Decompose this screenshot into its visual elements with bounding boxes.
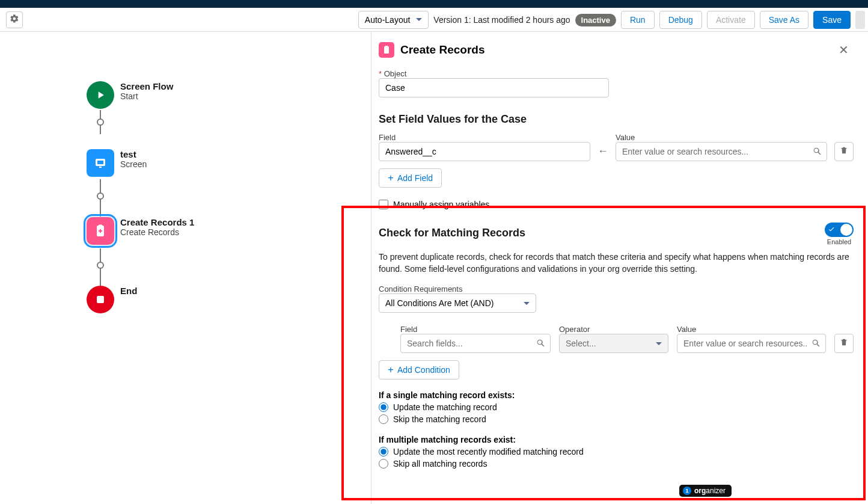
app-top-stripe	[0, 0, 868, 8]
node-subtitle: Start	[120, 91, 173, 101]
organizer-badge[interactable]: 1 organizer	[679, 485, 732, 497]
run-button[interactable]: Run	[621, 11, 655, 29]
node-end[interactable]: End	[87, 286, 137, 313]
single-match-heading: If a single matching record exists:	[379, 390, 854, 400]
node-start[interactable]: Screen Flow Start	[87, 81, 173, 109]
cond-value-label: Value	[677, 325, 826, 334]
delete-condition-button[interactable]	[834, 334, 854, 353]
add-condition-button[interactable]: + Add Condition	[379, 360, 459, 380]
search-icon	[536, 339, 546, 348]
svg-rect-3	[99, 225, 102, 227]
connector	[100, 248, 101, 286]
chevron-down-icon	[524, 302, 530, 305]
settings-button[interactable]	[6, 11, 23, 28]
node-subtitle: Screen	[120, 159, 147, 169]
connector	[100, 110, 101, 134]
single-update-radio[interactable]	[379, 402, 388, 412]
cond-field-label: Field	[400, 325, 551, 334]
multi-match-heading: If multiple matching records exist:	[379, 435, 854, 444]
screen-icon	[87, 149, 114, 177]
node-title: Screen Flow	[120, 81, 173, 91]
create-records-icon	[87, 217, 114, 245]
add-field-button[interactable]: + Add Field	[379, 168, 442, 188]
activate-button: Activate	[707, 11, 755, 29]
multi-update-radio[interactable]	[379, 447, 388, 456]
chevron-down-icon	[656, 342, 662, 345]
start-icon	[87, 81, 114, 109]
panel-title: Create Records	[400, 43, 484, 57]
value-label: Value	[616, 133, 827, 142]
connector	[100, 179, 101, 217]
trash-icon	[840, 146, 848, 157]
object-input[interactable]	[379, 78, 609, 97]
svg-rect-2	[99, 167, 102, 168]
properties-panel: Create Records ✕ * Object Set Field Valu…	[371, 32, 868, 504]
cond-field-input[interactable]	[400, 334, 551, 353]
check-icon	[828, 224, 835, 235]
plus-icon: +	[388, 172, 394, 184]
chevron-down-icon	[416, 18, 422, 21]
status-badge: Inactive	[575, 14, 616, 26]
node-subtitle: Create Records	[120, 227, 194, 237]
node-title: test	[120, 149, 147, 159]
field-label: Field	[379, 133, 590, 142]
create-records-icon	[379, 42, 394, 58]
plus-icon: +	[388, 364, 394, 376]
layout-mode-select[interactable]: Auto-Layout	[358, 11, 429, 29]
multi-skip-radio[interactable]	[379, 459, 388, 469]
single-skip-radio[interactable]	[379, 414, 388, 424]
save-as-button[interactable]: Save As	[760, 11, 808, 29]
single-skip-option[interactable]: Skip the matching record	[379, 414, 854, 424]
info-icon: 1	[683, 487, 691, 495]
node-screen[interactable]: test Screen	[87, 149, 147, 177]
multi-skip-option[interactable]: Skip all matching records	[379, 459, 854, 469]
gear-icon	[10, 14, 19, 26]
value-input[interactable]	[616, 142, 827, 161]
check-matching-heading: Check for Matching Records	[379, 227, 525, 239]
multi-update-option[interactable]: Update the most recently modified matchi…	[379, 447, 854, 456]
end-icon	[87, 286, 114, 313]
layout-mode-label: Auto-Layout	[365, 15, 411, 25]
panel-collapse-handle[interactable]	[855, 11, 865, 29]
save-button[interactable]: Save	[813, 11, 851, 29]
svg-rect-4	[97, 296, 104, 303]
search-icon	[813, 147, 822, 156]
flow-canvas[interactable]: Screen Flow Start test Screen Create Rec…	[0, 32, 371, 504]
node-title: End	[120, 286, 137, 296]
enable-matching-toggle[interactable]	[825, 223, 854, 237]
cond-req-label: Condition Requirements	[379, 284, 854, 293]
field-input[interactable]	[379, 142, 590, 161]
trash-icon	[840, 338, 848, 349]
version-text: Version 1: Last modified 2 hours ago Ina…	[433, 15, 616, 25]
toggle-state-label: Enabled	[825, 238, 854, 245]
check-matching-desc: To prevent duplicate records, check for …	[379, 251, 854, 275]
builder-header: Auto-Layout Version 1: Last modified 2 h…	[0, 8, 868, 32]
node-create-records[interactable]: Create Records 1 Create Records	[87, 217, 194, 245]
cond-operator-label: Operator	[559, 325, 668, 334]
object-label: * Object	[379, 69, 854, 78]
svg-rect-1	[97, 161, 103, 164]
cond-req-select[interactable]: All Conditions Are Met (AND)	[379, 293, 536, 313]
search-icon	[811, 339, 821, 348]
manually-assign-label: Manually assign variables	[393, 200, 489, 209]
svg-rect-5	[385, 46, 388, 47]
manually-assign-checkbox[interactable]	[379, 200, 388, 209]
set-values-heading: Set Field Values for the Case	[379, 113, 854, 126]
node-title: Create Records 1	[120, 217, 194, 227]
delete-row-button[interactable]	[834, 142, 854, 161]
cond-operator-select[interactable]: Select...	[559, 334, 668, 353]
debug-button[interactable]: Debug	[659, 11, 702, 29]
arrow-left-icon: ←	[598, 145, 608, 161]
close-icon: ✕	[839, 43, 849, 57]
cond-value-input[interactable]	[677, 334, 826, 353]
close-panel-button[interactable]: ✕	[834, 40, 854, 60]
single-update-option[interactable]: Update the matching record	[379, 402, 854, 412]
